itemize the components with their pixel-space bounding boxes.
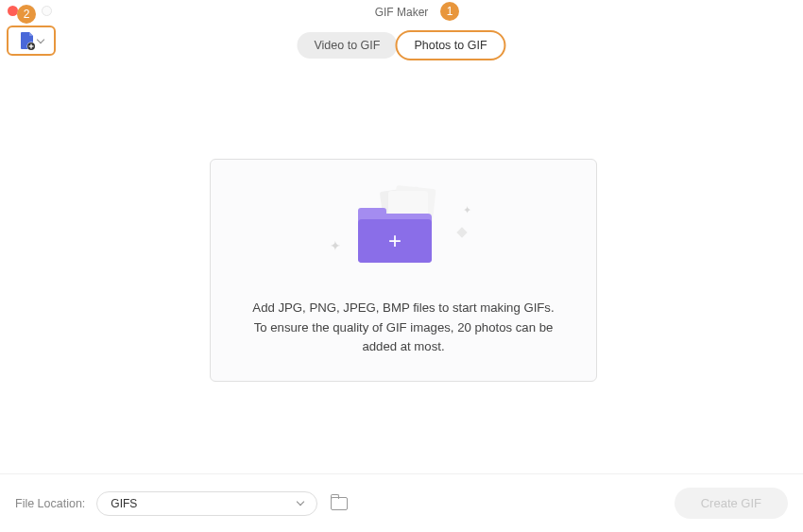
window-title: GIF Maker — [375, 6, 429, 19]
folder-illustration: + ✦ ✦ — [337, 183, 470, 278]
add-file-button[interactable] — [7, 26, 56, 56]
mode-tabs: Video to GIF Photos to GIF — [297, 30, 505, 60]
maximize-window-icon[interactable] — [42, 6, 52, 16]
tab-photos-to-gif[interactable]: Photos to GIF — [395, 30, 505, 60]
folder-add-icon: + — [358, 208, 432, 263]
file-location-value: GIFS — [111, 497, 137, 510]
browse-folder-button[interactable] — [331, 497, 348, 510]
dropzone[interactable]: + ✦ ✦ Add JPG, PNG, JPEG, BMP files to s… — [210, 159, 597, 382]
titlebar: GIF Maker — [0, 0, 803, 25]
annotation-badge-2: 2 — [17, 5, 36, 24]
dropzone-instructions: Add JPG, PNG, JPEG, BMP files to start m… — [245, 299, 562, 356]
chevron-down-icon — [297, 498, 304, 506]
create-gif-button[interactable]: Create GIF — [675, 488, 788, 519]
file-location-select[interactable]: GIFS — [96, 491, 317, 516]
folder-icon — [331, 497, 348, 510]
annotation-badge-1: 1 — [440, 2, 459, 21]
tab-video-to-gif[interactable]: Video to GIF — [297, 32, 397, 59]
document-add-icon — [19, 31, 36, 50]
chevron-down-icon — [37, 35, 44, 43]
file-location-label: File Location: — [15, 497, 85, 510]
footer-bar: File Location: GIFS Create GIF — [0, 473, 803, 532]
